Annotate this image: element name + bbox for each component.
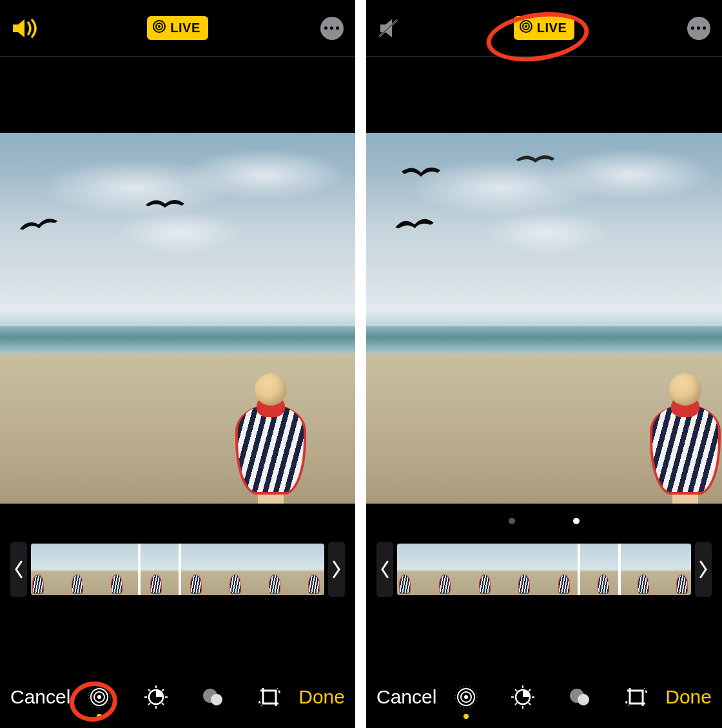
filmstrip-frame[interactable] [434,544,471,595]
svg-point-22 [525,25,527,28]
edit-tools [452,683,650,711]
top-bar: LIVE [366,0,722,57]
svg-line-34 [529,689,531,691]
filmstrip-frame[interactable] [251,544,288,595]
crop-rotate-icon [623,684,649,710]
filters-tool-button[interactable] [199,683,227,711]
svg-line-12 [148,689,150,691]
live-badge[interactable]: LIVE [147,16,208,40]
top-bar: LIVE [0,0,355,57]
filmstrip-frame[interactable] [68,544,104,595]
bottom-toolbar: Cancel [0,678,355,716]
filmstrip-frame[interactable] [397,544,434,595]
photo-preview-area [0,57,355,531]
sound-toggle[interactable] [378,17,416,39]
filmstrip-frame[interactable] [507,544,544,595]
filmstrip-next-button[interactable] [328,542,345,597]
cancel-button[interactable]: Cancel [376,686,436,708]
speaker-muted-icon [378,17,404,39]
subject-child [643,373,722,504]
svg-line-15 [148,703,150,705]
live-target-icon [86,684,112,710]
filters-icon [200,684,226,710]
photo-preview-area [366,57,722,531]
live-target-icon [519,19,533,37]
done-button[interactable]: Done [298,686,345,708]
adjust-tool-button[interactable] [142,683,170,711]
svg-point-25 [464,695,468,699]
photo-preview[interactable] [366,133,722,504]
editor-panel-left: LIVE Cancel [0,0,355,728]
filmstrip-frame[interactable] [581,544,618,595]
filmstrip-frame[interactable] [544,544,581,595]
filmstrip-frame[interactable] [141,544,178,595]
live-badge-label: LIVE [170,21,200,35]
svg-line-35 [515,703,517,705]
filmstrip-frame[interactable] [104,544,141,595]
filmstrip-frame[interactable] [214,544,251,595]
bird-icon [392,165,450,181]
bird-icon [514,152,556,168]
filmstrip-prev-button[interactable] [376,542,393,597]
crop-tool-button[interactable] [255,683,284,711]
cancel-button[interactable]: Cancel [10,686,70,708]
svg-point-37 [578,694,589,705]
speaker-on-icon [12,17,40,39]
bird-icon [142,197,188,213]
adjust-tool-button[interactable] [509,683,537,711]
filmstrip-frame[interactable] [288,544,324,595]
filmstrip-next-button[interactable] [695,542,712,597]
svg-point-2 [158,25,161,28]
svg-point-17 [211,694,222,705]
filmstrip-frame[interactable] [31,544,68,595]
adjust-dial-icon [510,684,536,710]
filters-tool-button[interactable] [565,683,594,711]
filmstrip-frame[interactable] [178,544,215,595]
page-indicator-dots [366,518,722,524]
live-tool-button[interactable] [452,683,480,711]
filters-icon [567,684,592,710]
sound-toggle[interactable] [12,17,50,39]
edit-tools [85,683,284,711]
more-button[interactable] [320,17,344,40]
svg-line-14 [162,689,164,691]
live-tool-button[interactable] [85,683,113,711]
filmstrip [366,531,722,608]
ellipsis-icon [324,26,339,30]
svg-line-32 [515,689,517,691]
live-badge[interactable]: LIVE [514,16,574,40]
page-dot [509,518,515,524]
crop-rotate-icon [257,684,282,710]
svg-line-33 [529,703,531,705]
filmstrip-frames[interactable] [397,544,691,595]
adjust-dial-icon [143,684,169,710]
subject-child [232,373,309,504]
filmstrip-frame[interactable] [618,544,654,595]
svg-point-5 [97,695,101,699]
svg-line-13 [162,703,164,705]
editor-panel-right: LIVE [366,0,722,728]
done-button[interactable]: Done [665,686,712,708]
crop-tool-button[interactable] [622,683,650,711]
filmstrip [0,531,355,608]
page-dot-active [573,518,580,524]
filmstrip-frames[interactable] [31,544,324,595]
active-indicator-dot [97,714,102,719]
ellipsis-icon [691,26,706,30]
live-target-icon [453,684,479,710]
active-indicator-dot [463,714,469,719]
filmstrip-frame[interactable] [471,544,507,595]
photo-preview[interactable] [0,133,355,504]
filmstrip-prev-button[interactable] [10,542,27,597]
filmstrip-frame[interactable] [654,544,691,595]
live-badge-label: LIVE [537,21,567,35]
bottom-toolbar: Cancel [366,678,722,716]
live-target-icon [152,19,166,37]
more-button[interactable] [687,17,710,40]
